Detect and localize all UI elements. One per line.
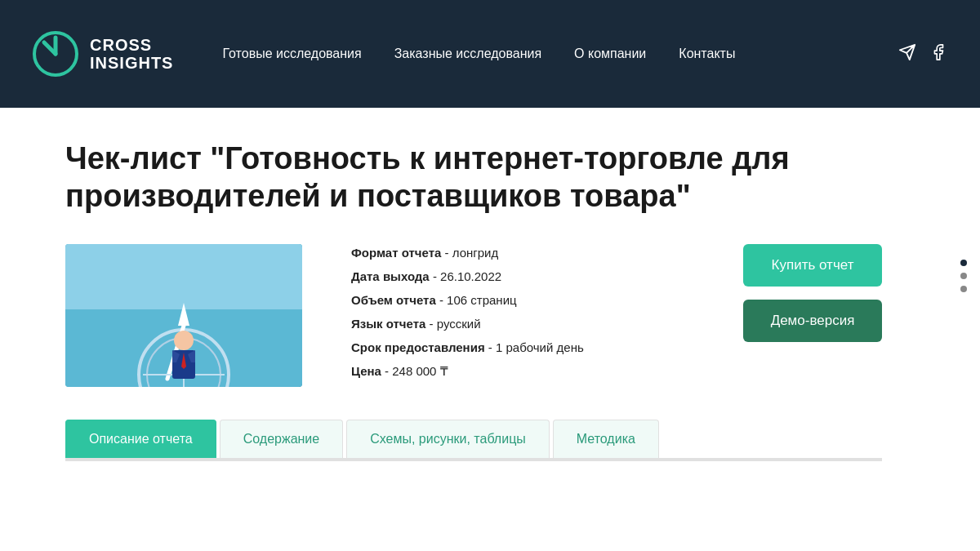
volume-label: Объем отчета: [351, 293, 436, 307]
product-section: Формат отчета - лонгрид Дата выхода - 26…: [65, 244, 882, 387]
detail-language: Язык отчета - русский: [351, 315, 694, 332]
language-label: Язык отчета: [351, 317, 425, 331]
site-header: CROSS INSIGHTS Готовые исследования Зака…: [0, 0, 980, 108]
nav-ready-research[interactable]: Готовые исследования: [222, 47, 361, 61]
delivery-value: 1 рабочий день: [496, 340, 584, 354]
language-value: русский: [437, 317, 481, 331]
page-title: Чек-лист "Готовность к интернет-торговле…: [65, 140, 800, 215]
language-separator: -: [430, 317, 437, 331]
format-value: лонгрид: [452, 246, 499, 260]
product-details: Формат отчета - лонгрид Дата выхода - 26…: [351, 244, 694, 386]
logo-text: CROSS INSIGHTS: [90, 36, 173, 72]
nav-custom-research[interactable]: Заказные исследования: [394, 47, 541, 61]
format-separator: -: [445, 246, 452, 260]
telegram-icon[interactable]: [898, 43, 916, 65]
svg-point-9: [174, 331, 194, 350]
date-value: 26.10.2022: [440, 269, 501, 283]
scroll-dots[interactable]: [960, 260, 967, 292]
volume-separator: -: [439, 293, 447, 307]
format-label: Формат отчета: [351, 246, 441, 260]
main-content: Чек-лист "Готовность к интернет-торговле…: [0, 108, 947, 494]
logo-line1: CROSS: [90, 36, 173, 54]
buy-button[interactable]: Купить отчет: [743, 244, 882, 287]
delivery-label: Срок предоставления: [351, 340, 485, 354]
demo-button[interactable]: Демо-версия: [743, 300, 882, 342]
detail-volume: Объем отчета - 106 страниц: [351, 291, 694, 309]
scroll-dot-2[interactable]: [960, 273, 967, 279]
facebook-icon[interactable]: [929, 43, 947, 65]
main-nav: Готовые исследования Заказные исследован…: [222, 47, 874, 61]
price-label: Цена: [351, 364, 381, 378]
social-icons: [898, 43, 947, 65]
product-illustration: [65, 244, 302, 387]
delivery-separator: -: [488, 340, 496, 354]
tab-contents[interactable]: Содержание: [220, 420, 344, 458]
section-divider: [65, 460, 882, 461]
detail-format: Формат отчета - лонгрид: [351, 244, 694, 261]
nav-about[interactable]: О компании: [574, 47, 646, 61]
tab-schemes[interactable]: Схемы, рисунки, таблицы: [346, 420, 550, 458]
nav-contacts[interactable]: Контакты: [679, 47, 735, 61]
scroll-dot-3[interactable]: [960, 286, 967, 292]
tab-methodology[interactable]: Методика: [553, 420, 659, 458]
svg-rect-2: [65, 244, 302, 309]
detail-price: Цена - 248 000 ₸: [351, 362, 694, 380]
logo[interactable]: CROSS INSIGHTS: [33, 31, 173, 77]
date-label: Дата выхода: [351, 269, 430, 283]
price-value: 248 000 ₸: [392, 364, 448, 378]
logo-line2: INSIGHTS: [90, 54, 173, 72]
scroll-dot-1[interactable]: [960, 260, 967, 266]
detail-date: Дата выхода - 26.10.2022: [351, 268, 694, 285]
tab-description[interactable]: Описание отчета: [65, 420, 216, 458]
logo-icon: [33, 31, 78, 77]
detail-delivery: Срок предоставления - 1 рабочий день: [351, 339, 694, 356]
tabs-section: Описание отчета Содержание Схемы, рисунк…: [65, 420, 882, 460]
price-separator: -: [385, 364, 392, 378]
volume-value: 106 страниц: [447, 293, 517, 307]
product-image: [65, 244, 302, 387]
product-actions: Купить отчет Демо-версия: [743, 244, 882, 342]
date-separator: -: [433, 269, 440, 283]
